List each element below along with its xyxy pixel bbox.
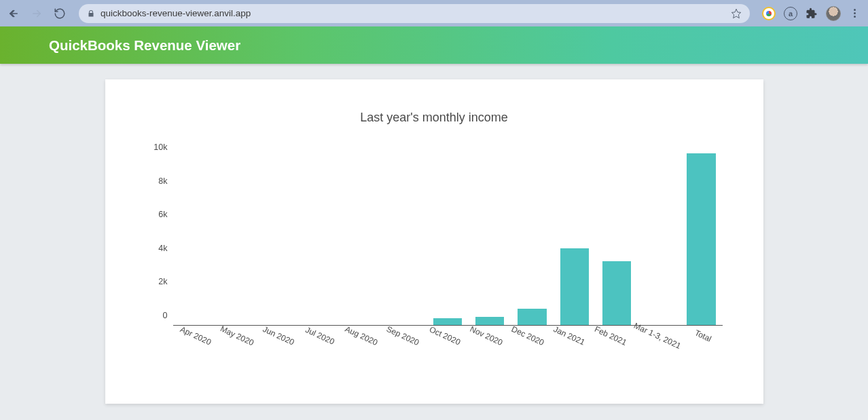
star-icon[interactable]: [731, 8, 742, 19]
x-tick-label: Jan 2021: [549, 323, 590, 349]
y-tick-label: 2k: [138, 277, 168, 286]
x-tick-label: May 2020: [216, 323, 257, 349]
bar-slot: [342, 149, 384, 325]
x-tick-label: Jun 2020: [257, 323, 299, 349]
x-tick-label: Dec 2020: [507, 323, 548, 349]
address-bar[interactable]: quickbooks-revenue-viewer.anvil.app: [79, 4, 750, 23]
x-tick-label: Apr 2020: [175, 323, 216, 349]
app-header: QuickBooks Revenue Viewer: [0, 26, 868, 64]
bar[interactable]: [518, 309, 546, 325]
profile-avatar[interactable]: [826, 6, 841, 21]
lock-icon: [87, 9, 95, 18]
x-tick-label: Feb 2021: [590, 323, 632, 349]
bar-slot: [511, 149, 553, 325]
x-tick-label: Nov 2020: [465, 323, 507, 349]
bar[interactable]: [475, 317, 504, 325]
x-tick-label: Oct 2020: [424, 323, 465, 349]
bar-slot: [215, 149, 257, 325]
bar-slot: [680, 149, 722, 325]
bar-slot: [427, 149, 469, 325]
y-tick-label: 8k: [138, 176, 168, 186]
chart-plot: 02k4k6k8k10k: [173, 149, 723, 326]
bar-slot: [638, 149, 680, 325]
back-button[interactable]: [4, 4, 23, 23]
bar-slot: [173, 149, 215, 325]
svg-marker-2: [731, 9, 740, 18]
chrome-menu-button[interactable]: [849, 9, 860, 18]
bar-slot: [469, 149, 511, 325]
bar-slot: [300, 149, 342, 325]
chart-card: Last year's monthly income 02k4k6k8k10k …: [105, 79, 763, 404]
bar[interactable]: [602, 261, 631, 325]
browser-right-controls: a: [757, 6, 864, 21]
x-tick-label: Jul 2020: [299, 323, 340, 349]
forward-button[interactable]: [27, 4, 46, 23]
extensions-icon[interactable]: [806, 7, 818, 20]
bar-slot: [554, 149, 596, 325]
y-tick-label: 6k: [138, 210, 168, 219]
chart-title: Last year's monthly income: [132, 111, 736, 125]
bar-slot: [257, 149, 300, 325]
browser-toolbar: quickbooks-revenue-viewer.anvil.app a: [0, 0, 868, 26]
address-bar-url: quickbooks-revenue-viewer.anvil.app: [101, 8, 725, 18]
y-tick-label: 0: [138, 311, 168, 320]
chart-bars: [173, 149, 723, 325]
bar[interactable]: [560, 248, 589, 325]
bar[interactable]: [433, 318, 462, 325]
x-tick-label: Aug 2020: [341, 323, 382, 349]
extension-icon-1[interactable]: [762, 7, 776, 20]
bar[interactable]: [687, 153, 715, 325]
extension-icon-2[interactable]: a: [784, 7, 797, 20]
bar-slot: [384, 149, 427, 325]
reload-button[interactable]: [50, 4, 69, 23]
bar-slot: [596, 149, 638, 325]
x-tick-label: Sep 2020: [382, 323, 424, 349]
x-tick-label: Total: [683, 323, 724, 349]
y-tick-label: 10k: [138, 142, 168, 152]
page-body: Last year's monthly income 02k4k6k8k10k …: [0, 64, 868, 404]
chart-x-axis: Apr 2020May 2020Jun 2020Jul 2020Aug 2020…: [173, 330, 723, 339]
app-title: QuickBooks Revenue Viewer: [49, 37, 240, 54]
y-tick-label: 4k: [138, 244, 168, 253]
chart-area[interactable]: 02k4k6k8k10k Apr 2020May 2020Jun 2020Jul…: [173, 149, 723, 349]
